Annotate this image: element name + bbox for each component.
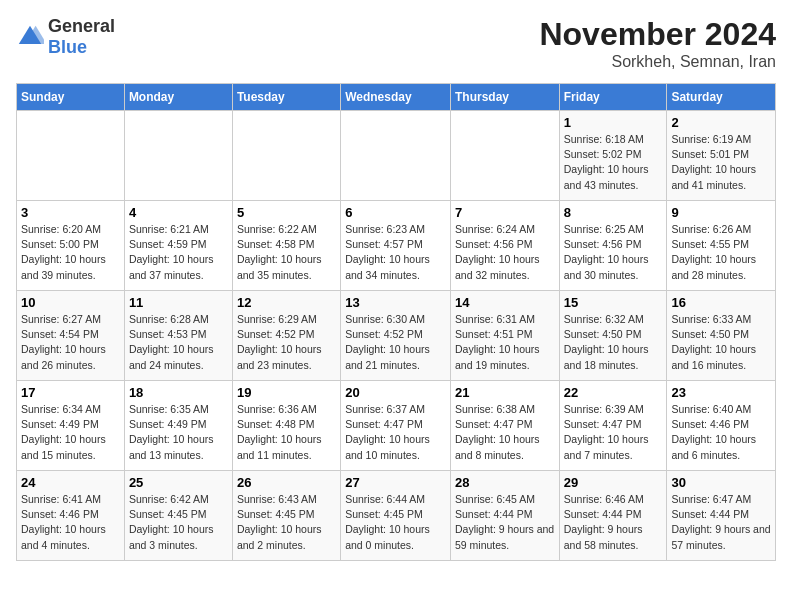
logo-general-text: General — [48, 16, 115, 36]
calendar-week-row: 3Sunrise: 6:20 AM Sunset: 5:00 PM Daylig… — [17, 201, 776, 291]
day-number: 19 — [237, 385, 336, 400]
calendar-cell: 30Sunrise: 6:47 AM Sunset: 4:44 PM Dayli… — [667, 471, 776, 561]
day-of-week-header: Tuesday — [232, 84, 340, 111]
day-detail: Sunrise: 6:25 AM Sunset: 4:56 PM Dayligh… — [564, 223, 649, 281]
logo-blue-text: Blue — [48, 37, 87, 57]
calendar-cell — [124, 111, 232, 201]
day-detail: Sunrise: 6:46 AM Sunset: 4:44 PM Dayligh… — [564, 493, 644, 551]
calendar-cell: 6Sunrise: 6:23 AM Sunset: 4:57 PM Daylig… — [341, 201, 451, 291]
day-number: 30 — [671, 475, 771, 490]
day-of-week-header: Monday — [124, 84, 232, 111]
logo: General Blue — [16, 16, 115, 58]
day-number: 7 — [455, 205, 555, 220]
day-number: 18 — [129, 385, 228, 400]
calendar-cell: 26Sunrise: 6:43 AM Sunset: 4:45 PM Dayli… — [232, 471, 340, 561]
day-number: 5 — [237, 205, 336, 220]
page-header: General Blue November 2024 Sorkheh, Semn… — [16, 16, 776, 71]
day-number: 15 — [564, 295, 663, 310]
day-number: 6 — [345, 205, 446, 220]
day-detail: Sunrise: 6:34 AM Sunset: 4:49 PM Dayligh… — [21, 403, 106, 461]
calendar-cell: 21Sunrise: 6:38 AM Sunset: 4:47 PM Dayli… — [450, 381, 559, 471]
calendar-cell: 11Sunrise: 6:28 AM Sunset: 4:53 PM Dayli… — [124, 291, 232, 381]
days-of-week-row: SundayMondayTuesdayWednesdayThursdayFrid… — [17, 84, 776, 111]
calendar-cell: 13Sunrise: 6:30 AM Sunset: 4:52 PM Dayli… — [341, 291, 451, 381]
day-number: 3 — [21, 205, 120, 220]
day-number: 13 — [345, 295, 446, 310]
logo-icon — [16, 23, 44, 51]
day-detail: Sunrise: 6:22 AM Sunset: 4:58 PM Dayligh… — [237, 223, 322, 281]
day-detail: Sunrise: 6:28 AM Sunset: 4:53 PM Dayligh… — [129, 313, 214, 371]
calendar-cell: 20Sunrise: 6:37 AM Sunset: 4:47 PM Dayli… — [341, 381, 451, 471]
day-detail: Sunrise: 6:18 AM Sunset: 5:02 PM Dayligh… — [564, 133, 649, 191]
location-subtitle: Sorkheh, Semnan, Iran — [539, 53, 776, 71]
calendar-cell: 8Sunrise: 6:25 AM Sunset: 4:56 PM Daylig… — [559, 201, 667, 291]
day-detail: Sunrise: 6:44 AM Sunset: 4:45 PM Dayligh… — [345, 493, 430, 551]
calendar-cell: 19Sunrise: 6:36 AM Sunset: 4:48 PM Dayli… — [232, 381, 340, 471]
day-detail: Sunrise: 6:33 AM Sunset: 4:50 PM Dayligh… — [671, 313, 756, 371]
day-detail: Sunrise: 6:19 AM Sunset: 5:01 PM Dayligh… — [671, 133, 756, 191]
day-detail: Sunrise: 6:29 AM Sunset: 4:52 PM Dayligh… — [237, 313, 322, 371]
calendar-cell: 24Sunrise: 6:41 AM Sunset: 4:46 PM Dayli… — [17, 471, 125, 561]
calendar-cell: 28Sunrise: 6:45 AM Sunset: 4:44 PM Dayli… — [450, 471, 559, 561]
day-number: 2 — [671, 115, 771, 130]
calendar-cell: 1Sunrise: 6:18 AM Sunset: 5:02 PM Daylig… — [559, 111, 667, 201]
day-detail: Sunrise: 6:31 AM Sunset: 4:51 PM Dayligh… — [455, 313, 540, 371]
day-of-week-header: Friday — [559, 84, 667, 111]
day-detail: Sunrise: 6:42 AM Sunset: 4:45 PM Dayligh… — [129, 493, 214, 551]
day-number: 14 — [455, 295, 555, 310]
calendar-header: SundayMondayTuesdayWednesdayThursdayFrid… — [17, 84, 776, 111]
calendar-cell — [232, 111, 340, 201]
day-detail: Sunrise: 6:43 AM Sunset: 4:45 PM Dayligh… — [237, 493, 322, 551]
day-of-week-header: Sunday — [17, 84, 125, 111]
calendar-cell: 4Sunrise: 6:21 AM Sunset: 4:59 PM Daylig… — [124, 201, 232, 291]
day-detail: Sunrise: 6:41 AM Sunset: 4:46 PM Dayligh… — [21, 493, 106, 551]
calendar-cell: 7Sunrise: 6:24 AM Sunset: 4:56 PM Daylig… — [450, 201, 559, 291]
month-title: November 2024 — [539, 16, 776, 53]
day-number: 12 — [237, 295, 336, 310]
day-number: 26 — [237, 475, 336, 490]
day-number: 17 — [21, 385, 120, 400]
day-number: 8 — [564, 205, 663, 220]
calendar-week-row: 17Sunrise: 6:34 AM Sunset: 4:49 PM Dayli… — [17, 381, 776, 471]
day-number: 1 — [564, 115, 663, 130]
calendar-cell: 2Sunrise: 6:19 AM Sunset: 5:01 PM Daylig… — [667, 111, 776, 201]
calendar-table: SundayMondayTuesdayWednesdayThursdayFrid… — [16, 83, 776, 561]
calendar-week-row: 1Sunrise: 6:18 AM Sunset: 5:02 PM Daylig… — [17, 111, 776, 201]
day-detail: Sunrise: 6:32 AM Sunset: 4:50 PM Dayligh… — [564, 313, 649, 371]
day-detail: Sunrise: 6:47 AM Sunset: 4:44 PM Dayligh… — [671, 493, 770, 551]
day-detail: Sunrise: 6:38 AM Sunset: 4:47 PM Dayligh… — [455, 403, 540, 461]
title-block: November 2024 Sorkheh, Semnan, Iran — [539, 16, 776, 71]
day-number: 16 — [671, 295, 771, 310]
calendar-cell: 23Sunrise: 6:40 AM Sunset: 4:46 PM Dayli… — [667, 381, 776, 471]
calendar-cell: 14Sunrise: 6:31 AM Sunset: 4:51 PM Dayli… — [450, 291, 559, 381]
day-detail: Sunrise: 6:21 AM Sunset: 4:59 PM Dayligh… — [129, 223, 214, 281]
day-detail: Sunrise: 6:39 AM Sunset: 4:47 PM Dayligh… — [564, 403, 649, 461]
day-number: 9 — [671, 205, 771, 220]
day-number: 22 — [564, 385, 663, 400]
calendar-cell: 17Sunrise: 6:34 AM Sunset: 4:49 PM Dayli… — [17, 381, 125, 471]
calendar-cell: 12Sunrise: 6:29 AM Sunset: 4:52 PM Dayli… — [232, 291, 340, 381]
day-detail: Sunrise: 6:37 AM Sunset: 4:47 PM Dayligh… — [345, 403, 430, 461]
day-detail: Sunrise: 6:20 AM Sunset: 5:00 PM Dayligh… — [21, 223, 106, 281]
day-number: 21 — [455, 385, 555, 400]
day-number: 25 — [129, 475, 228, 490]
day-number: 29 — [564, 475, 663, 490]
day-detail: Sunrise: 6:24 AM Sunset: 4:56 PM Dayligh… — [455, 223, 540, 281]
day-number: 10 — [21, 295, 120, 310]
calendar-cell: 5Sunrise: 6:22 AM Sunset: 4:58 PM Daylig… — [232, 201, 340, 291]
day-of-week-header: Thursday — [450, 84, 559, 111]
calendar-cell: 29Sunrise: 6:46 AM Sunset: 4:44 PM Dayli… — [559, 471, 667, 561]
calendar-cell: 15Sunrise: 6:32 AM Sunset: 4:50 PM Dayli… — [559, 291, 667, 381]
calendar-cell: 3Sunrise: 6:20 AM Sunset: 5:00 PM Daylig… — [17, 201, 125, 291]
calendar-cell: 25Sunrise: 6:42 AM Sunset: 4:45 PM Dayli… — [124, 471, 232, 561]
day-detail: Sunrise: 6:35 AM Sunset: 4:49 PM Dayligh… — [129, 403, 214, 461]
calendar-cell: 16Sunrise: 6:33 AM Sunset: 4:50 PM Dayli… — [667, 291, 776, 381]
day-detail: Sunrise: 6:30 AM Sunset: 4:52 PM Dayligh… — [345, 313, 430, 371]
calendar-body: 1Sunrise: 6:18 AM Sunset: 5:02 PM Daylig… — [17, 111, 776, 561]
day-detail: Sunrise: 6:26 AM Sunset: 4:55 PM Dayligh… — [671, 223, 756, 281]
day-of-week-header: Wednesday — [341, 84, 451, 111]
calendar-cell: 10Sunrise: 6:27 AM Sunset: 4:54 PM Dayli… — [17, 291, 125, 381]
day-detail: Sunrise: 6:36 AM Sunset: 4:48 PM Dayligh… — [237, 403, 322, 461]
calendar-cell: 27Sunrise: 6:44 AM Sunset: 4:45 PM Dayli… — [341, 471, 451, 561]
day-detail: Sunrise: 6:23 AM Sunset: 4:57 PM Dayligh… — [345, 223, 430, 281]
